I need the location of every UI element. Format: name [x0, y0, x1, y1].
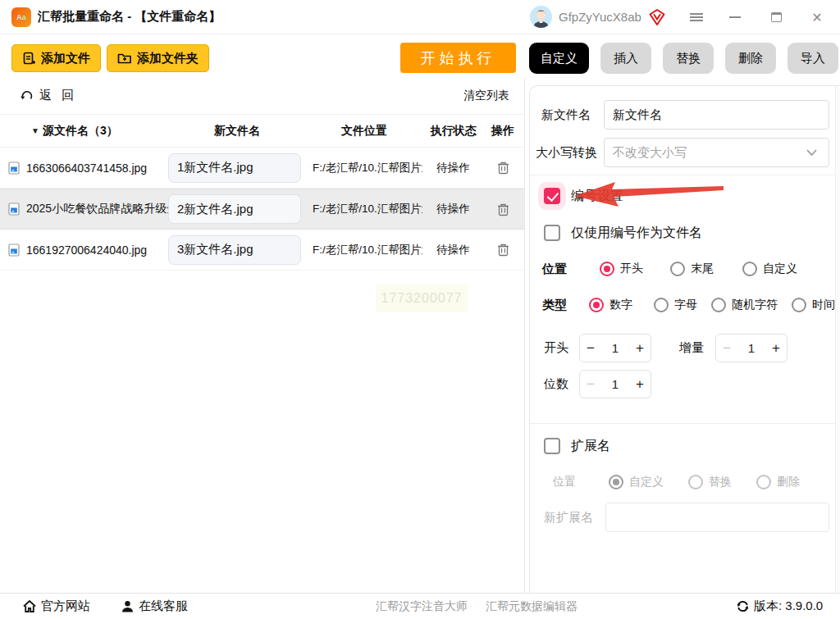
- ext-position-radio-custom[interactable]: [609, 475, 623, 489]
- app-logo-icon: Aa: [11, 7, 31, 27]
- sort-triangle-icon: ▼: [31, 126, 39, 135]
- account-area[interactable]: GfpZyYucX8ab: [530, 6, 666, 28]
- username: GfpZyYucX8ab: [559, 10, 641, 24]
- new-filename-input[interactable]: [168, 235, 301, 265]
- increment-value[interactable]: 1: [737, 341, 765, 355]
- status-label: 待操作: [422, 161, 484, 175]
- position-label: 位置: [542, 262, 567, 277]
- digits-value[interactable]: 1: [601, 377, 629, 391]
- table-header: ▼源文件名（3） 新文件名 文件位置 执行状态 操作: [0, 115, 524, 148]
- column-operation: 操作: [484, 124, 522, 139]
- only-number-checkbox[interactable]: [544, 225, 560, 241]
- online-support-link[interactable]: 在线客服: [121, 599, 188, 614]
- type-radio-number[interactable]: [589, 298, 604, 312]
- column-status: 执行状态: [422, 124, 484, 139]
- type-label: 类型: [542, 298, 567, 313]
- new-extension-label: 新扩展名: [544, 510, 593, 526]
- tab-replace[interactable]: 替换: [663, 43, 714, 74]
- new-name-label: 新文件名: [541, 107, 591, 123]
- type-radio-random[interactable]: [711, 298, 726, 312]
- numbering-checkbox[interactable]: [544, 188, 560, 204]
- user-avatar[interactable]: [530, 6, 552, 28]
- minus-button[interactable]: −: [716, 340, 737, 357]
- partner-link[interactable]: 汇帮元数据编辑器: [486, 599, 578, 614]
- increment-label: 增量: [679, 340, 704, 356]
- add-folder-button[interactable]: 添加文件夹: [107, 44, 209, 72]
- delete-row-button[interactable]: [484, 243, 522, 257]
- home-icon: [23, 600, 36, 612]
- trash-icon: [497, 161, 509, 175]
- position-radio-end[interactable]: [670, 262, 685, 276]
- undo-arrow-icon: [20, 89, 34, 102]
- tab-delete[interactable]: 删除: [725, 43, 776, 74]
- type-radio-time[interactable]: [792, 298, 806, 312]
- delete-row-button[interactable]: [484, 161, 522, 175]
- ext-position-radio-delete[interactable]: [756, 475, 771, 489]
- status-label: 待操作: [422, 202, 484, 216]
- close-button[interactable]: ✕: [808, 8, 826, 26]
- trash-icon: [497, 203, 509, 216]
- case-convert-dropdown[interactable]: 不改变大小写: [604, 138, 829, 167]
- delete-row-button[interactable]: [484, 203, 522, 216]
- plus-button[interactable]: +: [629, 340, 651, 357]
- digits-label: 位数: [544, 376, 568, 392]
- back-label: 返 回: [39, 88, 77, 103]
- file-list-area: 返 回 清空列表 ▼源文件名（3） 新文件名 文件位置 执行状态 操作 1663…: [0, 78, 525, 593]
- mode-tabs: 自定义 插入 替换 删除 导入: [529, 43, 838, 74]
- source-filename: 2025小吃餐饮品牌战略升级全案: [0, 202, 168, 216]
- start-execute-button[interactable]: 开始执行: [400, 43, 516, 73]
- extension-checkbox[interactable]: [544, 438, 560, 454]
- add-file-button[interactable]: 添加文件: [11, 44, 101, 72]
- title-bar: Aa 汇帮批量重命名 - 【文件重命名】 GfpZyYucX8ab ✕: [0, 0, 840, 34]
- tab-custom[interactable]: 自定义: [529, 43, 589, 74]
- new-filename-input[interactable]: [168, 153, 301, 183]
- panel-scrollbar[interactable]: [835, 86, 840, 594]
- new-filename-input[interactable]: [168, 194, 301, 224]
- file-path: F:/老汇帮/10.汇帮图片划: [306, 161, 422, 175]
- numbering-label: 编号设置: [571, 188, 623, 205]
- trash-icon: [497, 243, 509, 257]
- image-file-icon: [8, 162, 20, 175]
- start-number-label: 开头: [544, 340, 568, 356]
- clear-list-button[interactable]: 清空列表: [463, 89, 509, 103]
- digits-stepper: − 1 +: [579, 370, 651, 398]
- back-button[interactable]: 返 回: [20, 88, 77, 103]
- image-file-icon: [8, 244, 20, 257]
- file-path: F:/老汇帮/10.汇帮图片划: [306, 243, 422, 257]
- version-info[interactable]: 版本: 3.9.0.0: [737, 599, 823, 614]
- maximize-button[interactable]: [767, 8, 785, 26]
- minus-button[interactable]: −: [580, 376, 601, 393]
- case-convert-label: 大小写转换: [536, 145, 597, 161]
- minus-button[interactable]: −: [580, 340, 601, 357]
- chevron-down-icon: [806, 149, 817, 157]
- official-site-link[interactable]: 官方网站: [23, 599, 90, 614]
- increment-stepper: − 1 +: [715, 334, 788, 362]
- position-radio-start[interactable]: [600, 262, 614, 276]
- source-filename: 1663066403741458.jpg: [0, 162, 168, 175]
- table-row[interactable]: 2025小吃餐饮品牌战略升级全案 F:/老汇帮/10.汇帮图片划 待操作: [0, 189, 524, 230]
- tab-insert[interactable]: 插入: [600, 43, 651, 74]
- partner-link[interactable]: 汇帮汉字注音大师: [376, 599, 468, 614]
- minimize-button[interactable]: [726, 8, 744, 26]
- watermark: 1773200077: [376, 284, 468, 312]
- plus-button[interactable]: +: [629, 376, 651, 393]
- status-bar: 官方网站 在线客服 汇帮汉字注音大师 汇帮元数据编辑器 版本: 3.9.0.0: [0, 593, 840, 619]
- panel-new-name-input[interactable]: 新文件名: [604, 100, 829, 130]
- column-new-name: 新文件名: [168, 124, 306, 139]
- app-window: Aa 汇帮批量重命名 - 【文件重命名】 GfpZyYucX8ab ✕: [0, 0, 840, 619]
- person-icon: [121, 600, 134, 612]
- menu-icon[interactable]: [687, 8, 705, 26]
- file-plus-icon: [22, 52, 36, 66]
- new-extension-input[interactable]: [605, 503, 829, 532]
- only-number-label: 仅使用编号作为文件名: [571, 225, 702, 242]
- plus-button[interactable]: +: [765, 340, 787, 357]
- position-radio-custom[interactable]: [742, 262, 757, 276]
- column-source[interactable]: ▼源文件名（3）: [0, 124, 168, 139]
- type-radio-letter[interactable]: [654, 298, 669, 312]
- file-path: F:/老汇帮/10.汇帮图片划: [306, 202, 422, 216]
- start-number-value[interactable]: 1: [601, 341, 629, 355]
- table-row[interactable]: 1663066403741458.jpg F:/老汇帮/10.汇帮图片划 待操作: [0, 148, 524, 189]
- ext-position-radio-replace[interactable]: [688, 475, 703, 489]
- tab-import[interactable]: 导入: [788, 43, 838, 74]
- table-row[interactable]: 1661927006424040.jpg F:/老汇帮/10.汇帮图片划 待操作: [0, 230, 524, 271]
